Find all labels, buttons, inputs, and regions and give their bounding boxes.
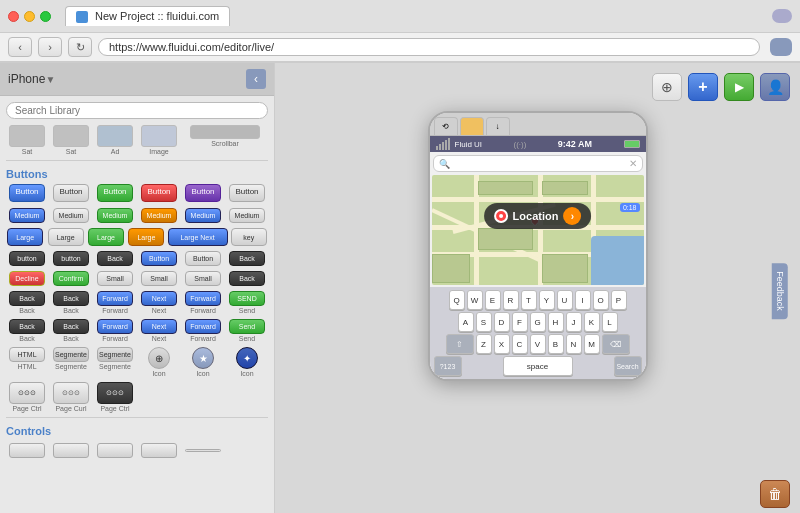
key-u[interactable]: U	[557, 290, 573, 310]
control5[interactable]	[185, 449, 221, 452]
back-nav-btn[interactable]: Back	[9, 291, 45, 306]
key-t[interactable]: T	[521, 290, 537, 310]
pagectrl2-btn[interactable]: ⊙⊙⊙	[53, 382, 89, 404]
scrollbar-thumb[interactable]	[190, 125, 260, 139]
outline-button-thumb[interactable]: Button	[229, 184, 265, 202]
key-q[interactable]: Q	[449, 290, 465, 310]
icon1-btn[interactable]: ⊕	[148, 347, 170, 369]
location-bubble[interactable]: Location ›	[484, 203, 592, 229]
medium-gray2-btn[interactable]: Medium	[229, 208, 265, 223]
key-r[interactable]: R	[503, 290, 519, 310]
key-z[interactable]: Z	[476, 334, 492, 354]
key-w[interactable]: W	[467, 290, 483, 310]
device-selector[interactable]: iPhone	[8, 72, 45, 86]
fwd2-row2-btn[interactable]: Forward	[185, 319, 221, 334]
address-bar[interactable]: https://www.fluidui.com/editor/live/	[98, 38, 760, 56]
browser-tab[interactable]: New Project :: fluidui.com	[65, 6, 230, 26]
sidebar-collapse-button[interactable]: ‹	[246, 69, 266, 89]
control3[interactable]	[97, 443, 133, 458]
gray-button-thumb[interactable]: Button	[53, 184, 89, 202]
small-gray2-btn[interactable]: Small	[141, 271, 177, 286]
next-row2-btn[interactable]: Next	[141, 319, 177, 334]
key-backspace[interactable]: ⌫	[602, 334, 630, 354]
key-shift[interactable]: ⇧	[446, 334, 474, 354]
medium-orange-btn[interactable]: Medium	[141, 208, 177, 223]
control2[interactable]	[53, 443, 89, 458]
key-k[interactable]: K	[584, 312, 600, 332]
trash-button[interactable]: 🗑	[760, 480, 790, 508]
key-s[interactable]: S	[476, 312, 492, 332]
key-y[interactable]: Y	[539, 290, 555, 310]
pagectrl3-btn[interactable]: ⊙⊙⊙	[97, 382, 133, 404]
back-sm-btn[interactable]: Back	[229, 271, 265, 286]
button-outline-sm[interactable]: Button	[185, 251, 221, 266]
small-gray3-btn[interactable]: Small	[185, 271, 221, 286]
device-tab-forward[interactable]: ↓	[486, 117, 510, 135]
control1[interactable]	[9, 443, 45, 458]
html-btn[interactable]: HTML	[9, 347, 45, 362]
button-blue-sm[interactable]: Button	[141, 251, 177, 266]
device-dropdown-icon[interactable]: ▼	[45, 74, 55, 85]
search-clear-icon[interactable]: ✕	[629, 158, 637, 169]
ad-thumb[interactable]	[97, 125, 133, 147]
confirm-btn[interactable]: Confirm	[53, 271, 89, 286]
key-l[interactable]: L	[602, 312, 618, 332]
green-button-thumb[interactable]: Button	[97, 184, 133, 202]
key-space[interactable]: space	[503, 356, 573, 376]
key-m[interactable]: M	[584, 334, 600, 354]
minimize-dot[interactable]	[24, 11, 35, 22]
maximize-dot[interactable]	[40, 11, 51, 22]
large-green-btn[interactable]: Large	[88, 228, 124, 246]
sat2-thumb[interactable]	[53, 125, 89, 147]
large-blue-btn[interactable]: Large	[7, 228, 43, 246]
key-o[interactable]: O	[593, 290, 609, 310]
zoom-button[interactable]: ⊕	[652, 73, 682, 101]
map-area[interactable]: Location › 0:18	[432, 175, 644, 285]
pagectrl1-btn[interactable]: ⊙⊙⊙	[9, 382, 45, 404]
key-n[interactable]: N	[566, 334, 582, 354]
key-numbers[interactable]: ?123	[434, 356, 462, 376]
key-f[interactable]: F	[512, 312, 528, 332]
device-tab-current[interactable]	[460, 117, 484, 135]
key-h[interactable]: H	[548, 312, 564, 332]
medium-blue2-btn[interactable]: Medium	[185, 208, 221, 223]
device-search-bar[interactable]: 🔍 ✕	[433, 155, 643, 172]
search-input[interactable]	[6, 102, 268, 119]
refresh-button[interactable]: ↻	[68, 37, 92, 57]
icon3-btn[interactable]: ✦	[236, 347, 258, 369]
close-dot[interactable]	[8, 11, 19, 22]
back-nav2-btn[interactable]: Back	[53, 291, 89, 306]
purple-button-thumb[interactable]: Button	[185, 184, 221, 202]
image-thumb[interactable]	[141, 125, 177, 147]
key-search[interactable]: Search	[614, 356, 642, 376]
key-j[interactable]: J	[566, 312, 582, 332]
small-gray-btn[interactable]: Small	[97, 271, 133, 286]
feedback-tab[interactable]: Feedback	[772, 263, 788, 319]
medium-green-btn[interactable]: Medium	[97, 208, 133, 223]
large-orange-btn[interactable]: Large	[128, 228, 164, 246]
key-c[interactable]: C	[512, 334, 528, 354]
key-g[interactable]: G	[530, 312, 546, 332]
control4[interactable]	[141, 443, 177, 458]
red-button-thumb[interactable]: Button	[141, 184, 177, 202]
dark-btn1[interactable]: button	[9, 251, 45, 266]
key-v[interactable]: V	[530, 334, 546, 354]
key-x[interactable]: X	[494, 334, 510, 354]
next-btn[interactable]: Next	[141, 291, 177, 306]
key-p[interactable]: P	[611, 290, 627, 310]
medium-blue-btn[interactable]: Medium	[9, 208, 45, 223]
segment2-btn[interactable]: Segmente	[97, 347, 133, 362]
key-e[interactable]: E	[485, 290, 501, 310]
back-row2b-btn[interactable]: Back	[53, 319, 89, 334]
back-row2-btn[interactable]: Back	[9, 319, 45, 334]
sat-thumb[interactable]	[9, 125, 45, 147]
fwd-row2-btn[interactable]: Forward	[97, 319, 133, 334]
key-btn[interactable]: key	[231, 228, 267, 246]
key-b[interactable]: B	[548, 334, 564, 354]
play-button[interactable]: ▶	[724, 73, 754, 101]
send-row2-btn[interactable]: Send	[229, 319, 265, 334]
device-tab-back[interactable]: ⟲	[434, 117, 458, 135]
dark-btn2[interactable]: button	[53, 251, 89, 266]
large-next-btn[interactable]: Large Next	[168, 228, 228, 246]
blue-button-thumb[interactable]: Button	[9, 184, 45, 202]
